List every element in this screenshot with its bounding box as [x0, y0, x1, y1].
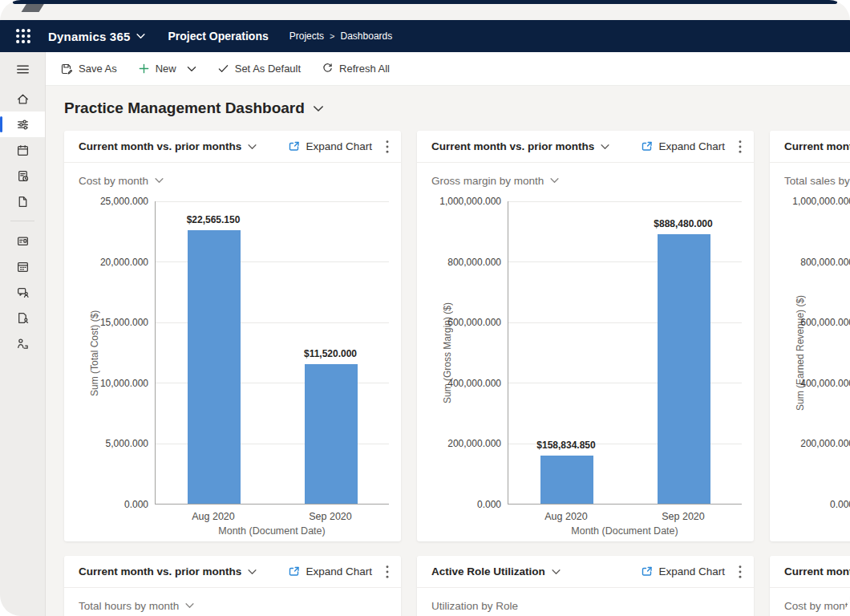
y-axis-tick: 0.000: [124, 499, 148, 510]
sidebar-item-home[interactable]: [0, 86, 45, 111]
y-axis-tick: 0.000: [477, 499, 501, 510]
more-options-kebab-icon[interactable]: [738, 565, 743, 579]
check-icon: [217, 63, 229, 75]
bar-chart: Sum (Total Cost) ($)25,000.00020,000.000…: [64, 188, 401, 541]
bar-value-label: $11,520.000: [262, 348, 399, 359]
y-axis-label: Sum (Gross Margin) ($): [441, 201, 454, 505]
app-launcher-icon[interactable]: [14, 27, 32, 45]
chart-card-header: Current month vs. prior months Expand Ch…: [64, 556, 401, 588]
subtitle-chevron-icon: [185, 602, 194, 609]
y-axis-tick: 200,000.000: [800, 438, 850, 449]
page-icon: [16, 195, 30, 209]
x-axis-tick: Sep 2020: [278, 511, 382, 522]
chart-card: Current month vs. prior months Expand Ch…: [770, 556, 850, 616]
sidebar: [0, 52, 46, 616]
person-route-icon: [16, 337, 30, 351]
expand-chart-button[interactable]: Expand Chart: [641, 140, 725, 152]
sidebar-item-project-contracts[interactable]: [0, 305, 45, 330]
chart-selector[interactable]: Current month vs. prior months: [784, 140, 850, 152]
y-axis-tick: 5,000.000: [106, 438, 148, 449]
chart-view-selector[interactable]: Total sales by month: [784, 172, 850, 188]
dashboard-icon: [16, 118, 30, 132]
refresh-icon: [322, 63, 334, 75]
sidebar-item-resource-card[interactable]: [0, 228, 45, 253]
expand-chart-icon: [641, 140, 653, 152]
y-axis-tick: 400,000.000: [447, 378, 501, 389]
x-axis-label: Month (Document Date): [155, 525, 389, 537]
chart-view-selector[interactable]: Cost by month: [784, 598, 850, 614]
y-axis-tick: 800,000.000: [447, 257, 501, 268]
chart-card-header: Current month vs. prior months Expand Ch…: [64, 131, 401, 163]
chart-card: Current month vs. prior months Expand Ch…: [64, 556, 401, 616]
subtitle-chevron-icon: [155, 177, 164, 184]
chart-selector-chevron-down-icon: [552, 569, 561, 575]
brand-chevron-down-icon[interactable]: [136, 33, 145, 39]
expand-chart-icon: [641, 565, 653, 578]
more-options-kebab-icon[interactable]: [385, 140, 390, 154]
app-name[interactable]: Project Operations: [168, 30, 268, 43]
sidebar-item-resource-requests[interactable]: [0, 279, 45, 305]
expand-chart-button[interactable]: Expand Chart: [641, 565, 725, 578]
clipboard-clock-icon: [16, 169, 30, 183]
chart-view-selector[interactable]: Cost by month: [79, 172, 401, 188]
sidebar-item-bookings[interactable]: [0, 253, 45, 279]
expand-chart-button[interactable]: Expand Chart: [288, 140, 372, 152]
y-axis-label: Sum (Earned Revenue) ($): [794, 201, 807, 505]
save-as-button[interactable]: Save As: [60, 63, 117, 75]
chart-card: Current month vs. prior months Expand Ch…: [64, 131, 401, 541]
chart-view-selector[interactable]: Utilization by Role: [431, 598, 754, 614]
chart-selector[interactable]: Current month vs. prior months: [79, 140, 257, 152]
chart-card: Current month vs. prior months Expand Ch…: [770, 131, 850, 541]
sidebar-item-resources[interactable]: [0, 330, 45, 356]
y-axis-tick: 400,000.000: [800, 378, 850, 389]
hamburger-menu-icon[interactable]: [0, 52, 45, 86]
more-options-kebab-icon[interactable]: [738, 140, 743, 154]
x-axis-label: Month (Document Date): [508, 525, 742, 537]
page-title-text: Practice Management Dashboard: [64, 99, 305, 117]
page-title-chevron-down-icon[interactable]: [313, 105, 324, 112]
x-axis-tick: Sep 2020: [631, 511, 735, 522]
set-as-default-button[interactable]: Set As Default: [217, 63, 301, 75]
brand-title[interactable]: Dynamics 365: [48, 30, 130, 43]
sidebar-item-time-entries[interactable]: [0, 163, 45, 188]
id-card-icon: [16, 234, 30, 248]
sidebar-divider: [10, 221, 34, 221]
chart-selector[interactable]: Current month vs. prior months: [431, 140, 609, 152]
sidebar-item-dashboards[interactable]: [0, 111, 45, 137]
app-window: Dynamics 365 Project Operations Projects…: [0, 0, 850, 616]
expand-chart-button[interactable]: Expand Chart: [288, 565, 372, 578]
sidebar-item-documents[interactable]: [0, 188, 45, 214]
breadcrumb: Projects > Dashboards: [289, 30, 393, 42]
x-axis-tick: Aug 2020: [161, 511, 265, 522]
bar-Sep 2020: [305, 364, 358, 504]
refresh-all-button[interactable]: Refresh All: [322, 63, 390, 75]
x-axis-tick: Aug 2020: [514, 511, 618, 522]
document-person-icon: [16, 311, 30, 325]
chart-card-header: Current month vs. prior months Expand Ch…: [417, 131, 754, 163]
chart-selector[interactable]: Current month vs. prior months: [784, 565, 850, 578]
cards-grid: Current month vs. prior months Expand Ch…: [64, 131, 850, 616]
new-button[interactable]: New: [138, 63, 196, 75]
y-axis-label: Sum (Total Cost) ($): [88, 201, 101, 505]
breadcrumb-item-dashboards[interactable]: Dashboards: [341, 30, 393, 42]
background-window-edge: [13, 0, 837, 4]
chart-view-selector[interactable]: Total hours by month: [79, 598, 401, 614]
chart-selector-chevron-down-icon: [601, 144, 609, 150]
chat-person-icon: [16, 286, 30, 299]
chart-selector[interactable]: Active Role Utilization: [431, 565, 561, 578]
calendar-grid-icon: [16, 260, 30, 274]
more-options-kebab-icon[interactable]: [385, 565, 390, 579]
y-axis-tick: 600,000.000: [447, 317, 501, 328]
bar-chart: Sum (Earned Revenue) ($)1,000,000.000800…: [770, 188, 850, 541]
y-axis-tick: 600,000.000: [800, 317, 850, 328]
chart-selector[interactable]: Current month vs. prior months: [79, 565, 257, 578]
sidebar-item-calendar[interactable]: [0, 137, 45, 163]
chart-view-selector[interactable]: Gross margin by month: [431, 172, 754, 188]
bar-value-label: $158,834.850: [498, 440, 634, 451]
chart-selector-chevron-down-icon: [248, 144, 257, 150]
gridline: [156, 201, 389, 202]
expand-chart-icon: [288, 565, 300, 578]
new-chevron-down-icon[interactable]: [187, 66, 196, 72]
bar-chart: Sum (Gross Margin) ($)1,000,000.000800,0…: [417, 188, 754, 541]
breadcrumb-item-projects[interactable]: Projects: [289, 30, 324, 42]
